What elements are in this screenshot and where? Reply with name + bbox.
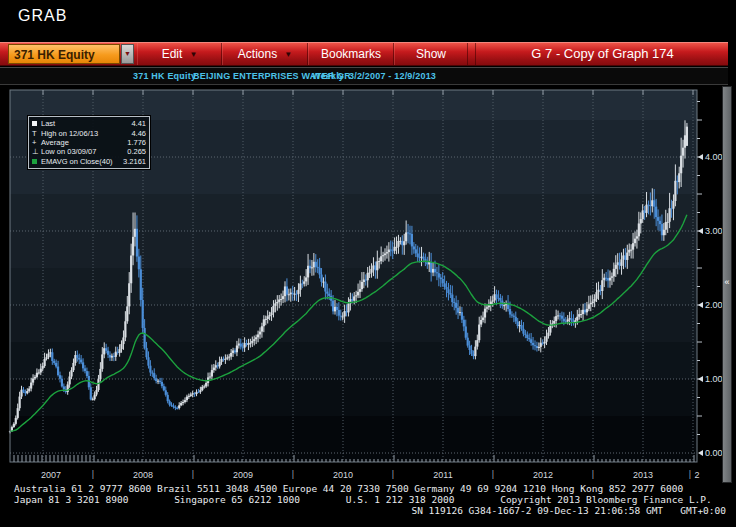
x-axis-year-separator: | (92, 469, 94, 479)
x-axis-year-label: 2013 (633, 470, 653, 480)
x-axis-year-separator: | (192, 469, 194, 479)
x-axis-year-label: 2 (694, 470, 699, 480)
footer-line-2: Japan 81 3 3201 8900 Singapore 65 6212 1… (14, 494, 712, 505)
x-axis-year-separator: | (492, 469, 494, 479)
legend-row: Last4.41 (32, 119, 146, 128)
footer-line-1: Australia 61 2 9777 8600 Brazil 5511 304… (14, 483, 683, 494)
legend-row: THigh on 12/06/134.46 (32, 128, 146, 137)
legend-row: EMAVG on Close(40)3.2161 (32, 157, 146, 166)
bloomberg-terminal-screen: GRAB 371 HK Equity ▼ Edit▼Actions▼Bookma… (0, 0, 736, 527)
y-axis-tick-label: 4.00 (705, 152, 723, 162)
x-axis-year-separator: | (592, 469, 594, 479)
y-axis-tick-label: 3.00 (705, 226, 723, 236)
square-white-icon (32, 120, 41, 127)
price-chart[interactable]: 0.001.002.003.004.00 (0, 0, 736, 527)
x-axis-year-label: 2009 (233, 470, 253, 480)
scrollbar-thumb-icon[interactable]: « (720, 276, 734, 289)
average-cross-icon: + (32, 139, 41, 146)
x-axis-year-separator: | (292, 469, 294, 479)
y-axis: 0.001.002.003.004.00 (697, 102, 723, 459)
legend-row: +Average1.776 (32, 138, 146, 147)
square-green-icon (32, 158, 41, 165)
x-axis-year-label: 2007 (41, 470, 61, 480)
x-axis-year-label: 2008 (133, 470, 153, 480)
y-axis-tick-label: 2.00 (705, 300, 723, 310)
x-axis-year-separator: | (689, 469, 691, 479)
x-axis-year-label: 2011 (433, 470, 452, 480)
x-axis-year-label: 2010 (333, 470, 353, 480)
x-axis-year-label: 2012 (533, 470, 553, 480)
low-tick-icon: ⊥ (32, 148, 41, 155)
y-axis-tick-label: 1.00 (705, 374, 723, 384)
high-tick-icon: T (32, 130, 41, 137)
legend-box: Last4.41THigh on 12/06/134.46+Average1.7… (28, 116, 150, 169)
y-axis-tick-label: 0.00 (705, 448, 723, 458)
legend-row: ⊥Low on 03/09/070.265 (32, 147, 146, 156)
x-axis-year-separator: | (392, 469, 394, 479)
footer-line-3: SN 119126 G384-1667-2 09-Dec-13 21:06:58… (411, 505, 726, 516)
